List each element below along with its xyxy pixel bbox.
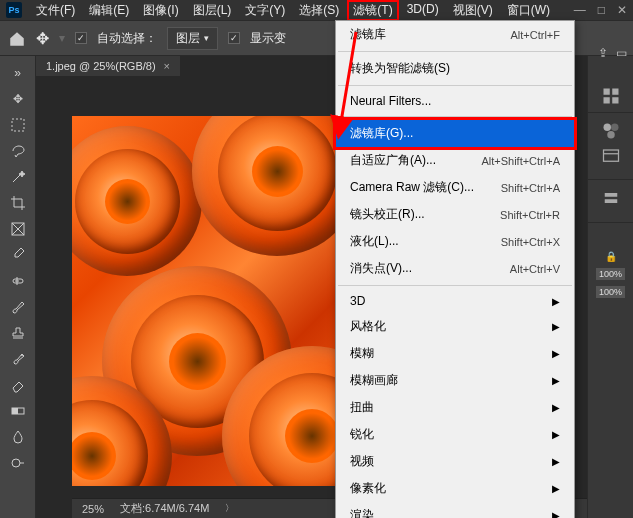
menu-item-r[interactable]: 镜头校正(R)...Shift+Ctrl+R xyxy=(336,201,574,228)
menu-item-l[interactable]: 液化(L)...Shift+Ctrl+X xyxy=(336,228,574,255)
menu-item-[interactable]: 模糊画廊▶ xyxy=(336,367,574,394)
home-icon[interactable] xyxy=(8,30,26,46)
filter-menu: 滤镜库Alt+Ctrl+F转换为智能滤镜(S)Neural Filters...… xyxy=(335,20,575,518)
submenu-arrow-icon: ▶ xyxy=(552,456,560,467)
menubar: 文件(F)编辑(E)图像(I)图层(L)文字(Y)选择(S)滤镜(T)3D(D)… xyxy=(30,0,556,21)
submenu-arrow-icon: ▶ xyxy=(552,483,560,494)
dodge-tool[interactable] xyxy=(2,450,34,476)
menu-item-[interactable]: 风格化▶ xyxy=(336,313,574,340)
libraries-panel-icon[interactable] xyxy=(601,145,621,163)
show-transform-label: 显示变 xyxy=(250,30,286,47)
show-transform-checkbox[interactable]: ✓ xyxy=(228,32,240,44)
menu-item[interactable]: 编辑(E) xyxy=(83,0,135,21)
eyedropper-tool[interactable] xyxy=(2,242,34,268)
marquee-tool[interactable] xyxy=(2,112,34,138)
menu-item[interactable]: 滤镜(T) xyxy=(347,0,398,21)
menu-item-[interactable]: 模糊▶ xyxy=(336,340,574,367)
share-icon[interactable]: ⇪ xyxy=(598,46,608,60)
opacity-value[interactable]: 100% xyxy=(596,268,625,280)
menu-item-[interactable]: 视频▶ xyxy=(336,448,574,475)
zoom-level[interactable]: 25% xyxy=(82,503,104,515)
menu-item-label: 液化(L)... xyxy=(350,233,399,250)
minimize-icon[interactable]: — xyxy=(574,3,586,17)
menu-item[interactable]: 选择(S) xyxy=(293,0,345,21)
menu-item-neuralfilters[interactable]: Neural Filters... xyxy=(336,89,574,113)
menu-item[interactable]: 文字(Y) xyxy=(239,0,291,21)
right-panels: 🔒 100% 100% xyxy=(587,56,633,518)
crop-tool[interactable] xyxy=(2,190,34,216)
auto-select-checkbox[interactable]: ✓ xyxy=(75,32,87,44)
fill-value[interactable]: 100% xyxy=(596,286,625,298)
submenu-arrow-icon: ▶ xyxy=(552,348,560,359)
svg-rect-14 xyxy=(603,150,618,161)
menu-separator xyxy=(338,285,572,286)
frame-tool[interactable] xyxy=(2,216,34,242)
canvas-image[interactable] xyxy=(72,116,342,486)
menu-shortcut: Alt+Ctrl+V xyxy=(510,263,560,275)
lasso-tool[interactable] xyxy=(2,138,34,164)
menu-separator xyxy=(338,85,572,86)
menu-item-[interactable]: 渲染▶ xyxy=(336,502,574,518)
close-icon[interactable]: ✕ xyxy=(617,3,627,17)
svg-rect-5 xyxy=(12,408,18,414)
healing-tool[interactable] xyxy=(2,268,34,294)
swatches-panel-icon[interactable] xyxy=(601,121,621,139)
menu-item-label: 3D xyxy=(350,294,365,308)
blur-tool[interactable] xyxy=(2,424,34,450)
menu-item-a[interactable]: 自适应广角(A)...Alt+Shift+Ctrl+A xyxy=(336,147,574,174)
titlebar: Ps 文件(F)编辑(E)图像(I)图层(L)文字(Y)选择(S)滤镜(T)3D… xyxy=(0,0,633,20)
history-brush-tool[interactable] xyxy=(2,346,34,372)
menu-shortcut: Shift+Ctrl+R xyxy=(500,209,560,221)
menu-item-[interactable]: 像素化▶ xyxy=(336,475,574,502)
tools-toolbar: » ✥ xyxy=(0,56,36,518)
menu-item[interactable]: 3D(D) xyxy=(401,0,445,21)
menu-item[interactable]: 视图(V) xyxy=(447,0,499,21)
menu-shortcut: Shift+Ctrl+A xyxy=(501,182,560,194)
history-panel-icon[interactable] xyxy=(601,188,621,206)
svg-rect-8 xyxy=(612,89,618,95)
status-chevron-icon[interactable]: 〉 xyxy=(225,502,234,515)
menu-item-label: 滤镜库 xyxy=(350,26,386,43)
brush-tool[interactable] xyxy=(2,294,34,320)
svg-rect-10 xyxy=(612,97,618,103)
tab-close-icon[interactable]: × xyxy=(164,60,170,72)
menu-item[interactable]: 窗口(W) xyxy=(501,0,556,21)
adjustments-panel-icon[interactable] xyxy=(601,86,621,104)
menu-item-label: 模糊画廊 xyxy=(350,372,398,389)
menu-item[interactable]: 文件(F) xyxy=(30,0,81,21)
menu-item-[interactable]: 滤镜库Alt+Ctrl+F xyxy=(336,21,574,48)
menu-item-s[interactable]: 转换为智能滤镜(S) xyxy=(336,55,574,82)
auto-select-label: 自动选择： xyxy=(97,30,157,47)
move-tool[interactable]: ✥ xyxy=(2,86,34,112)
menu-item-[interactable]: 锐化▶ xyxy=(336,421,574,448)
menu-item-label: 渲染 xyxy=(350,507,374,518)
menu-shortcut: Alt+Ctrl+F xyxy=(510,29,560,41)
lock-icon[interactable]: 🔒 xyxy=(605,251,617,262)
menu-item-3d[interactable]: 3D▶ xyxy=(336,289,574,313)
move-tool-icon[interactable]: ✥ xyxy=(36,29,49,48)
menu-item[interactable]: 图像(I) xyxy=(137,0,184,21)
menu-item-label: 扭曲 xyxy=(350,399,374,416)
stamp-tool[interactable] xyxy=(2,320,34,346)
layer-dropdown[interactable]: 图层▾ xyxy=(167,27,218,50)
menu-item-[interactable]: 扭曲▶ xyxy=(336,394,574,421)
document-tab[interactable]: 1.jpeg @ 25%(RGB/8) × xyxy=(36,56,180,76)
submenu-arrow-icon: ▶ xyxy=(552,321,560,332)
chevrons-icon[interactable]: » xyxy=(2,60,34,86)
gradient-tool[interactable] xyxy=(2,398,34,424)
menu-item-label: 模糊 xyxy=(350,345,374,362)
submenu-arrow-icon: ▶ xyxy=(552,510,560,518)
menu-item-camerarawc[interactable]: Camera Raw 滤镜(C)...Shift+Ctrl+A xyxy=(336,174,574,201)
panel-menu-icon[interactable]: ▭ xyxy=(616,46,627,60)
menu-item-label: 锐化 xyxy=(350,426,374,443)
submenu-arrow-icon: ▶ xyxy=(552,429,560,440)
menu-item[interactable]: 图层(L) xyxy=(187,0,238,21)
magic-wand-tool[interactable] xyxy=(2,164,34,190)
menu-item-v[interactable]: 消失点(V)...Alt+Ctrl+V xyxy=(336,255,574,282)
maximize-icon[interactable]: □ xyxy=(598,3,605,17)
menu-item-label: 视频 xyxy=(350,453,374,470)
menu-item-g[interactable]: 滤镜库(G)... xyxy=(336,120,574,147)
svg-rect-0 xyxy=(12,119,24,131)
menu-item-label: 转换为智能滤镜(S) xyxy=(350,60,450,77)
eraser-tool[interactable] xyxy=(2,372,34,398)
